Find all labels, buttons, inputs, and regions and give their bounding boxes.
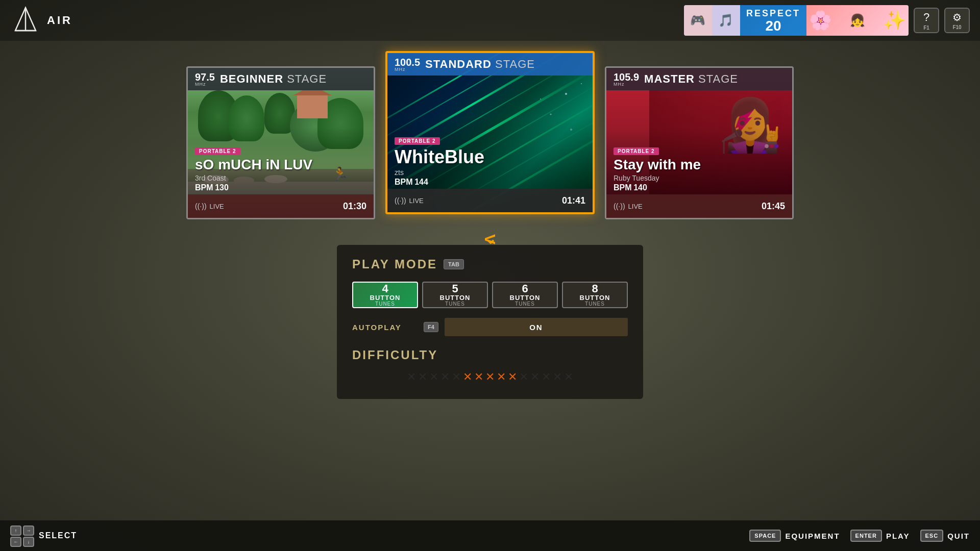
top-right-area: 🎮 🎵 RESPECT 20 🌸 ✨ 👧 ? F1 ⚙ F10 <box>684 5 970 36</box>
respect-banner: 🎮 🎵 RESPECT 20 🌸 ✨ 👧 <box>684 5 909 36</box>
difficulty-section: DIFFICULTY ✕ ✕ ✕ ✕ ✕ ✕ ✕ ✕ ✕ ✕ ✕ ✕ ✕ ✕ ✕ <box>352 348 628 384</box>
beginner-stage-title: BEGINNER STAGE <box>220 72 327 86</box>
dpad-down-icon: ↓ <box>23 537 34 547</box>
app-logo-icon <box>10 5 41 36</box>
equipment-action[interactable]: SPACE EQUIPMENT <box>749 530 840 542</box>
mode-5-sub: TUNES <box>445 301 465 307</box>
quit-action[interactable]: ESC QUIT <box>920 530 970 542</box>
logo-text: AIR <box>47 14 72 27</box>
mode-4-num: 4 <box>382 283 388 294</box>
standard-live-label: LIVE <box>409 197 424 205</box>
star-4: ✕ <box>440 370 450 384</box>
standard-type: STANDARD <box>425 58 492 70</box>
settings-button[interactable]: ⚙ F10 <box>944 8 970 33</box>
star-1: ✕ <box>407 370 416 384</box>
mode-4-button[interactable]: 4 BUTTON TUNES <box>352 282 418 308</box>
top-bar: AIR 🎮 🎵 RESPECT 20 🌸 ✨ 👧 ? F1 ⚙ F10 <box>0 0 980 41</box>
beginner-stage-card[interactable]: 🏃 97.5 MHz BEGINNER STAGE PORTABLE 2 sO … <box>186 66 375 219</box>
standard-bpm: BPM 144 <box>395 178 484 187</box>
beginner-bpm: BPM 130 <box>195 183 312 192</box>
star-13: ✕ <box>542 370 551 384</box>
dpad-up-icon: ↑ <box>10 525 21 536</box>
standard-song-info: PORTABLE 2 WhiteBlue zts BPM 144 <box>395 136 484 187</box>
down-chevron-icon: ⌄ <box>484 231 496 247</box>
play-mode-header: PLAY MODE TAB <box>352 257 628 271</box>
star-7: ✕ <box>474 370 483 384</box>
star-8: ✕ <box>485 370 495 384</box>
mode-8-label: BUTTON <box>580 294 610 301</box>
standard-artist: zts <box>395 168 484 177</box>
respect-characters-art: 🌸 ✨ 👧 <box>806 5 909 36</box>
standard-portable-badge: PORTABLE 2 <box>395 137 440 145</box>
equipment-label: EQUIPMENT <box>785 532 840 540</box>
respect-label: RESPECT <box>746 8 800 19</box>
autoplay-label: AUTOPLAY <box>352 323 424 332</box>
master-type: MASTER <box>644 72 695 85</box>
master-song-title: Stay with me <box>614 157 701 173</box>
master-footer: ((·)) LIVE 01:45 <box>606 194 792 218</box>
beginner-live-indicator: ((·)) LIVE <box>195 202 224 210</box>
space-key: SPACE <box>749 530 781 542</box>
master-stage-card[interactable]: 👩‍🎤 105.9 MHz MASTER STAGE PORTABLE 2 St… <box>605 66 794 219</box>
mode-6-button[interactable]: 6 BUTTON TUNES <box>492 282 558 308</box>
master-stage-title: MASTER STAGE <box>644 72 738 86</box>
autoplay-value[interactable]: ON <box>445 318 628 336</box>
mode-8-num: 8 <box>592 283 598 294</box>
play-mode-title: PLAY MODE <box>352 257 437 271</box>
master-mhz: MHz <box>614 82 625 87</box>
play-action[interactable]: ENTER PLAY <box>850 530 910 542</box>
standard-duration: 01:41 <box>562 195 585 206</box>
play-mode-panel: PLAY MODE TAB 4 BUTTON TUNES 5 BUTTON TU… <box>337 245 643 399</box>
autoplay-key-badge: F4 <box>424 322 438 332</box>
mode-buttons-row: 4 BUTTON TUNES 5 BUTTON TUNES 6 BUTTON T… <box>352 282 628 308</box>
beginner-footer: ((·)) LIVE 01:30 <box>188 194 374 218</box>
respect-level: 20 <box>765 19 781 33</box>
mode-5-label: BUTTON <box>440 294 471 301</box>
master-freq: 105.9 MHz <box>614 72 639 87</box>
mode-6-label: BUTTON <box>510 294 541 301</box>
beginner-song-title: sO mUCH iN LUV <box>195 157 312 173</box>
quit-label: QUIT <box>947 532 970 540</box>
standard-stage-card[interactable]: 100.5 MHz STANDARD STAGE PORTABLE 2 Whit… <box>385 51 595 214</box>
mode-8-sub: TUNES <box>585 301 605 307</box>
standard-live-indicator: ((·)) LIVE <box>395 196 424 205</box>
help-button[interactable]: ? F1 <box>914 8 939 33</box>
beginner-portable-badge: PORTABLE 2 <box>195 147 240 155</box>
esc-key: ESC <box>920 530 944 542</box>
star-12: ✕ <box>530 370 540 384</box>
star-2: ✕ <box>418 370 427 384</box>
dpad-left-icon: ← <box>10 537 21 547</box>
master-duration: 01:45 <box>762 201 785 212</box>
mode-4-sub: TUNES <box>375 301 395 307</box>
mode-5-num: 5 <box>452 283 458 294</box>
respect-text-area: RESPECT 20 <box>740 6 806 35</box>
beginner-artist: 3rd Coast <box>195 174 312 182</box>
beginner-duration: 01:30 <box>343 201 366 212</box>
stars-row: ✕ ✕ ✕ ✕ ✕ ✕ ✕ ✕ ✕ ✕ ✕ ✕ ✕ ✕ ✕ <box>352 370 628 384</box>
beginner-live-label: LIVE <box>210 203 224 210</box>
master-stage-word: STAGE <box>698 72 738 85</box>
standard-freq: 100.5 MHz <box>395 57 420 72</box>
master-song-info: PORTABLE 2 Stay with me Ruby Tuesday BPM… <box>614 146 701 192</box>
bottom-right-actions: SPACE EQUIPMENT ENTER PLAY ESC QUIT <box>749 530 970 542</box>
standard-footer: ((·)) LIVE 01:41 <box>387 189 593 212</box>
star-3: ✕ <box>429 370 438 384</box>
star-15: ✕ <box>564 370 573 384</box>
star-11: ✕ <box>519 370 528 384</box>
master-artist: Ruby Tuesday <box>614 174 701 182</box>
avatar-2: 🎵 <box>712 5 740 36</box>
beginner-header: 97.5 MHz BEGINNER STAGE <box>188 68 374 90</box>
master-live-label: LIVE <box>628 203 643 210</box>
dpad-right-icon: → <box>23 525 34 536</box>
difficulty-title: DIFFICULTY <box>352 348 628 362</box>
beginner-type: BEGINNER <box>220 72 283 85</box>
mode-5-button[interactable]: 5 BUTTON TUNES <box>422 282 488 308</box>
mode-8-button[interactable]: 8 BUTTON TUNES <box>562 282 628 308</box>
standard-stage-title: STANDARD STAGE <box>425 58 535 71</box>
standard-song-title: WhiteBlue <box>395 147 484 167</box>
f10-label: F10 <box>952 24 961 30</box>
star-14: ✕ <box>553 370 562 384</box>
f1-label: F1 <box>923 25 929 31</box>
standard-mhz: MHz <box>395 67 406 72</box>
beginner-freq-num: 97.5 <box>195 72 215 82</box>
